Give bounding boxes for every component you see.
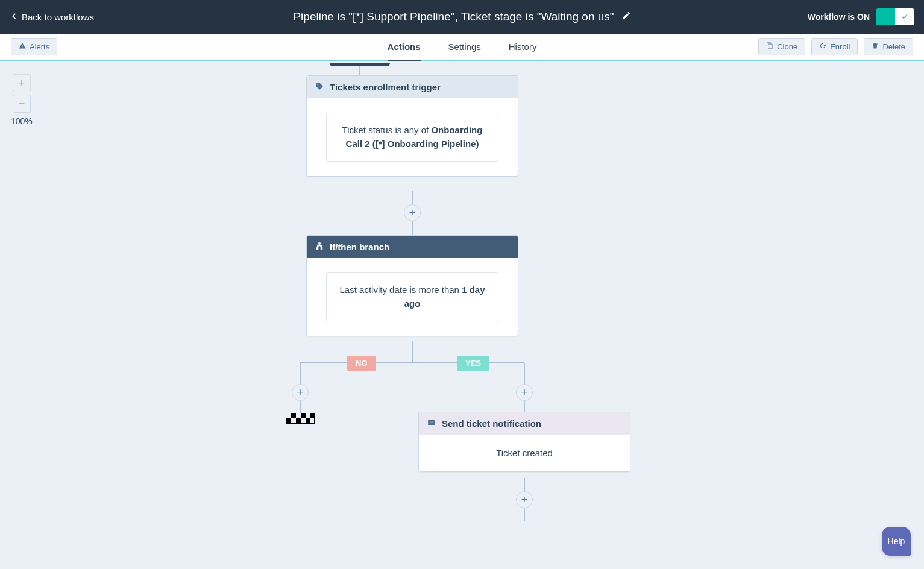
clone-icon: [766, 42, 773, 51]
add-action-after-notify[interactable]: +: [516, 491, 533, 508]
alerts-button[interactable]: Alerts: [11, 38, 57, 55]
trigger-node[interactable]: Tickets enrollment trigger Ticket status…: [306, 75, 518, 177]
delete-label: Delete: [882, 42, 905, 51]
notify-title: Send ticket notification: [442, 418, 541, 429]
zoom-percentage: 100%: [11, 116, 33, 126]
trigger-title: Tickets enrollment trigger: [330, 82, 441, 92]
workflow-status-label: Workflow is ON: [808, 12, 870, 22]
clone-label: Clone: [777, 42, 797, 51]
enroll-icon: [819, 42, 826, 51]
toggle-off-half: [895, 8, 914, 25]
tab-history-label: History: [509, 42, 537, 52]
check-icon: [900, 12, 909, 22]
zoom-out-button[interactable]: −: [13, 95, 31, 113]
tab-settings-label: Settings: [448, 42, 481, 52]
chevron-left-icon: [10, 12, 18, 22]
notify-node[interactable]: Send ticket notification Ticket created: [418, 412, 630, 472]
end-flag: [286, 413, 315, 424]
enroll-label: Enroll: [830, 42, 850, 51]
tab-actions[interactable]: Actions: [388, 34, 421, 60]
tab-settings[interactable]: Settings: [448, 34, 481, 60]
branch-yes-label: YES: [457, 356, 489, 371]
tab-actions-label: Actions: [388, 42, 421, 52]
add-action-yes[interactable]: +: [516, 384, 533, 401]
branch-title: If/then branch: [330, 242, 389, 252]
back-label: Back to workflows: [22, 12, 94, 22]
enroll-button[interactable]: Enroll: [811, 38, 858, 55]
edit-title-button[interactable]: [621, 10, 631, 24]
branch-criteria: Last activity date is more than 1 day ag…: [326, 272, 498, 321]
branch-no-label: NO: [347, 356, 376, 371]
add-action-1[interactable]: +: [404, 204, 421, 221]
start-marker: [330, 63, 390, 66]
delete-button[interactable]: Delete: [864, 38, 913, 55]
toggle-on-half: [876, 8, 895, 25]
envelope-icon: [427, 418, 436, 429]
zoom-in-button[interactable]: +: [13, 74, 31, 92]
trigger-criteria: Ticket status is any of Onboarding Call …: [326, 113, 498, 162]
help-label: Help: [888, 536, 905, 546]
alerts-label: Alerts: [30, 42, 49, 51]
sitemap-icon: [315, 242, 324, 252]
tag-icon: [315, 82, 324, 92]
branch-node[interactable]: If/then branch Last activity date is mor…: [306, 235, 518, 336]
workflow-toggle[interactable]: [876, 8, 914, 25]
pencil-icon: [621, 10, 631, 23]
notify-body: Ticket created: [419, 435, 630, 471]
help-button[interactable]: Help: [882, 527, 911, 556]
alert-icon: [19, 42, 26, 51]
tab-history[interactable]: History: [509, 34, 537, 60]
back-link[interactable]: Back to workflows: [10, 12, 94, 22]
workflow-title: Pipeline is "[*] Support Pipeline", Tick…: [293, 10, 614, 24]
trash-icon: [872, 42, 879, 51]
clone-button[interactable]: Clone: [758, 38, 805, 55]
add-action-no[interactable]: +: [292, 384, 309, 401]
